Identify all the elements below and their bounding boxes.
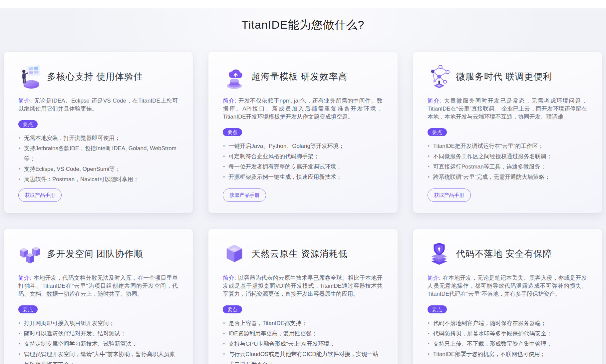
card-header: 超海量模板 研发效率高 (223, 63, 382, 90)
points-list: 打开网页即可接入项目组开发空间； 随时可以邀请伙伴结对开发、结对测试； 支持定制… (18, 318, 178, 364)
feature-card-templates: 超海量模板 研发效率高 简介:开发不仅依赖于npm, jar包，还有业务所需的中… (208, 52, 397, 213)
card-header: 多开发空间 团队协作顺 (18, 240, 178, 267)
card-header: 多核心支持 使用体验佳 (18, 63, 178, 90)
point-item: 无需本地安装，打开浏览器即可使用； (18, 133, 178, 143)
point-item: 跨系统联调“云里”完成，无需开通防火墙策略； (428, 172, 587, 182)
intro-text: 以容器为代表的云原生技术早已席卷全球。相比于本地开发或是基于虚拟桌面VDI的开发… (223, 275, 382, 297)
points-list: 一键开启Java、Python、Golang等开发环境； 可定制符合企业风格的代… (223, 141, 382, 182)
points-badge: 要点 (223, 128, 242, 136)
intro-text: 开发不仅依赖于npm, jar包，还有业务所需的中间件、数据库、API接口。新成… (223, 98, 382, 120)
point-item: 可定制符合企业风格的代码脚手架； (223, 151, 382, 162)
card-intro: 简介:在本地开发，无论是笔记本丢失、黑客入侵，亦或是开发人员无意地操作，都可能导… (428, 274, 587, 298)
point-item: 支持Eclispe, VS Code, OpenSumi等； (18, 164, 178, 174)
card-title: 超海量模板 研发效率高 (251, 71, 348, 83)
point-item: 管理员管理开发空间，邀请"大牛"前来协助，暂停离职人员账号以保护资产安全； (18, 349, 178, 364)
section-title: TitanIDE能为您做什么? (0, 17, 606, 33)
point-item: 与行云CloudOS或是其他带有CICD能力软件对接，实现一站式云端开发平台； (223, 349, 382, 364)
point-item: 支持定制专属空间学习新技术、试验新算法； (18, 339, 178, 349)
point-item: 打开网页即可接入项目组开发空间； (18, 318, 178, 328)
intro-label: 简介: (428, 275, 441, 281)
card-header: 天然云原生 资源消耗低 (223, 240, 382, 267)
intro-text: 大量微服务同时开发已是常态，无需考虑环境问题，TitianIDE在“云里”直接联… (428, 98, 587, 120)
card-header: 代码不落地 安全有保障 (428, 240, 587, 267)
intro-label: 简介: (18, 275, 31, 281)
get-manual-button[interactable]: 获取产品手册 (18, 188, 62, 202)
point-item: 每一位开发者拥有完整的专属开发调试环境； (223, 162, 382, 172)
intro-label: 简介: (18, 98, 32, 104)
point-item: TitanIDE部署于您的机房，不联网也可使用； (428, 349, 587, 359)
points-badge: 要点 (18, 305, 38, 313)
intro-text: 在本地开发，无论是笔记本丢失、黑客入侵，亦或是开发人员无意地操作，都可能导致代码… (428, 275, 587, 297)
multi-workspace-cubes-icon (18, 240, 42, 267)
feature-card-workspaces: 多开发空间 团队协作顺 简介:本地开发，代码文档分散无法及时入库，在一个项目里单… (4, 229, 193, 364)
points-badge: 要点 (18, 120, 38, 128)
multicore-person-screens-icon (18, 63, 42, 90)
card-intro: 简介:以容器为代表的云原生技术早已席卷全球。相比于本地开发或是基于虚拟桌面VDI… (223, 274, 382, 298)
points-badge: 要点 (223, 305, 242, 313)
points-list: 代码不落地到客户端，随时保存在服务器端； 代码防拷贝，屏幕水印等多手段保护代码安… (428, 318, 587, 359)
points-list: TitanIDE把开发调试运行在“云里”的工作区； 不同微服务工作区之间经授权通… (428, 141, 587, 182)
feature-card-grid: 多核心支持 使用体验佳 简介:无论是IDEA、Eclipse 还是VS Code… (4, 52, 602, 364)
card-intro: 简介:开发不仅依赖于npm, jar包，还有业务所需的中间件、数据库、API接口… (223, 97, 382, 121)
point-item: IDE资源利用率更高，复用性更强； (223, 328, 382, 339)
point-item: 一键开启Java、Python、Golang等开发环境； (223, 141, 382, 151)
point-item: 支持只上传、不下载，形成数字资产集中管理； (428, 339, 587, 349)
get-manual-button[interactable]: 获取产品手册 (428, 188, 471, 202)
point-item: 支持Jetbrains各款IDE，包括Intellij IDEA, Goland… (18, 143, 178, 164)
point-item: 支持与GPU卡融合形成"云上"AI开发环境； (223, 339, 382, 349)
point-item: 随时可以邀请伙伴结对开发、结对测试； (18, 328, 178, 339)
feature-card-security: 代码不落地 安全有保障 简介:在本地开发，无论是笔记本丢失、黑客入侵，亦或是开发… (413, 229, 602, 364)
card-intro: 简介:本地开发，代码文档分散无法及时入库，在一个项目里单打独斗。TitianID… (18, 274, 178, 298)
points-list: 无需本地安装，打开浏览器即可使用； 支持Jetbrains各款IDE，包括Int… (18, 133, 178, 184)
intro-label: 简介: (223, 275, 236, 281)
points-list: 是否上容器，TitanIDE都支持； IDE资源利用率更高，复用性更强； 支持与… (223, 318, 382, 364)
card-header: 微服务时代 联调更便利 (428, 63, 587, 90)
point-item: 周边软件：Postman，Navicat可以随时享用； (18, 174, 178, 184)
card-title: 多开发空间 团队协作顺 (47, 248, 143, 260)
point-item: 代码不落地到客户端，随时保存在服务器端； (428, 318, 587, 328)
card-intro: 简介:无论是IDEA、Eclipse 还是VS Code，在TitanIDE上您… (18, 97, 178, 113)
get-manual-button[interactable]: 获取产品手册 (223, 188, 266, 202)
intro-text: 无论是IDEA、Eclipse 还是VS Code，在TitanIDE上您可以继… (18, 98, 178, 112)
point-item: 代码防拷贝，屏幕水印等多手段保护代码安全； (428, 328, 587, 339)
points-badge: 要点 (428, 305, 447, 313)
point-item: 可直接运行Postman等工具，连通多微服务； (428, 162, 587, 172)
feature-card-multicore: 多核心支持 使用体验佳 简介:无论是IDEA、Eclipse 还是VS Code… (4, 52, 193, 213)
intro-text: 本地开发，代码文档分散无法及时入库，在一个项目里单打独斗。TitianIDE在"… (18, 275, 178, 297)
card-title: 天然云原生 资源消耗低 (251, 248, 348, 260)
feature-card-microservice: 微服务时代 联调更便利 简介:大量微服务同时开发已是常态，无需考虑环境问题，Ti… (413, 52, 602, 213)
card-title: 微服务时代 联调更便利 (456, 71, 552, 83)
cloud-template-icon (223, 63, 246, 90)
intro-label: 简介: (428, 98, 442, 104)
card-title: 多核心支持 使用体验佳 (47, 71, 143, 83)
card-title: 代码不落地 安全有保障 (456, 248, 552, 260)
cloud-native-cube-icon (223, 240, 246, 267)
point-item: 是否上容器，TitanIDE都支持； (223, 318, 382, 328)
intro-label: 简介: (223, 98, 236, 104)
card-intro: 简介:大量微服务同时开发已是常态，无需考虑环境问题，TitianIDE在“云里”… (428, 97, 587, 121)
points-badge: 要点 (428, 128, 447, 136)
point-item: TitanIDE把开发调试运行在“云里”的工作区； (428, 141, 587, 151)
point-item: 开源框架及示例一键生成，快速应用新技术； (223, 172, 382, 182)
microservice-network-icon (428, 63, 451, 90)
code-security-shield-icon (428, 240, 451, 267)
point-item: 不同微服务工作区之间经授权通过服务名联调； (428, 151, 587, 162)
feature-card-cloud-native: 天然云原生 资源消耗低 简介:以容器为代表的云原生技术早已席卷全球。相比于本地开… (208, 229, 397, 364)
